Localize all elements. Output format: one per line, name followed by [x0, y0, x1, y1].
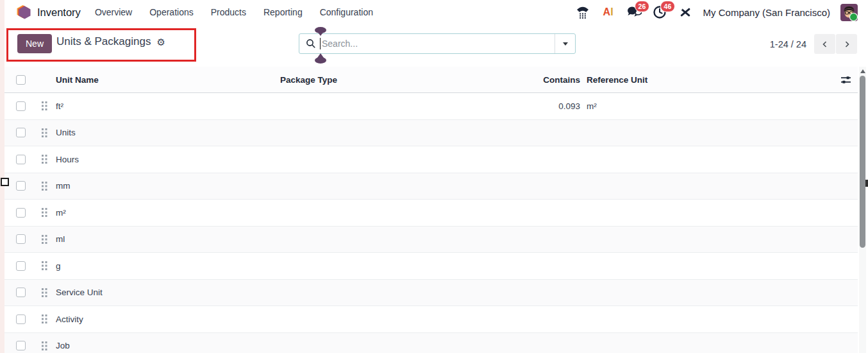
search-icon	[306, 39, 316, 49]
table-row[interactable]: mm	[0, 173, 858, 200]
select-all-checkbox[interactable]	[16, 75, 26, 85]
drag-handle-icon[interactable]	[42, 288, 44, 290]
contains-cell[interactable]: 0.093	[462, 101, 580, 111]
row-checkbox[interactable]	[16, 128, 26, 137]
unit-name-cell[interactable]: Service Unit	[56, 288, 280, 297]
page-title: Units & Packagings	[56, 35, 151, 48]
table-row[interactable]: g	[0, 253, 858, 280]
row-checkbox[interactable]	[16, 261, 26, 271]
drag-handle-icon[interactable]	[42, 235, 44, 237]
drag-handle-icon[interactable]	[42, 261, 44, 263]
table-row[interactable]: Job	[0, 333, 858, 353]
unit-name-cell[interactable]: g	[56, 261, 280, 271]
tools-icon[interactable]	[678, 4, 693, 20]
pager-previous-button[interactable]	[814, 34, 835, 54]
selection-handle-bottom	[315, 57, 326, 64]
list-header-row: Unit Name Package Type Contains Referenc…	[0, 67, 858, 93]
reference-unit-cell[interactable]: m²	[580, 101, 708, 111]
menu-overview[interactable]: Overview	[95, 7, 132, 17]
breadcrumb: Units & Packagings ⚙	[56, 35, 165, 48]
app-switcher[interactable]: Inventory	[17, 4, 81, 20]
pager-range: 1-24 / 24	[770, 39, 806, 49]
scroll-up-arrow-icon[interactable]	[860, 69, 865, 73]
row-checkbox[interactable]	[16, 181, 26, 191]
app-name[interactable]: Inventory	[37, 6, 81, 19]
user-avatar[interactable]	[840, 4, 858, 21]
row-checkbox[interactable]	[16, 234, 26, 244]
table-row[interactable]: ft² 0.093 m²	[0, 93, 858, 120]
optional-columns-icon[interactable]	[840, 75, 851, 85]
left-edge-strip	[0, 0, 4, 353]
pager-next-button[interactable]	[836, 34, 857, 54]
drag-handle-icon[interactable]	[42, 208, 44, 210]
table-row[interactable]: Activity	[0, 306, 858, 333]
drag-handle-icon[interactable]	[42, 314, 44, 316]
vertical-scrollbar[interactable]	[859, 67, 866, 353]
gear-icon[interactable]: ⚙	[156, 37, 165, 47]
menu-operations[interactable]: Operations	[149, 7, 193, 17]
search-options-toggle[interactable]	[555, 34, 575, 53]
systray: AI 26 46 My Company (San Francisco)	[575, 4, 868, 21]
activities-clock-icon[interactable]: 46	[652, 4, 667, 20]
company-name[interactable]: My Company (San Francisco)	[703, 7, 830, 18]
table-row[interactable]: Service Unit	[0, 280, 858, 307]
ai-icon[interactable]: AI	[601, 4, 616, 20]
menu-configuration[interactable]: Configuration	[320, 7, 373, 17]
annotation-handle-left	[1, 178, 9, 186]
drag-handle-icon[interactable]	[42, 101, 44, 103]
drag-handle-icon[interactable]	[42, 155, 44, 157]
unit-name-cell[interactable]: mm	[56, 181, 280, 191]
text-cursor	[320, 38, 321, 49]
chevron-down-icon	[563, 42, 568, 46]
units-list: Unit Name Package Type Contains Referenc…	[0, 67, 858, 353]
table-row[interactable]: Hours	[0, 146, 858, 173]
menu-reporting[interactable]: Reporting	[263, 7, 303, 17]
unit-name-cell[interactable]: Job	[56, 341, 280, 350]
drag-handle-icon[interactable]	[42, 128, 44, 130]
table-row[interactable]: Units	[0, 120, 858, 147]
control-panel: New Units & Packagings ⚙ 1-24 / 24	[0, 24, 868, 64]
table-row[interactable]: m²	[0, 200, 858, 227]
search-input[interactable]	[322, 34, 555, 53]
header-unit-name[interactable]: Unit Name	[56, 75, 280, 85]
header-contains[interactable]: Contains	[462, 75, 580, 85]
search-bar	[299, 33, 576, 54]
drag-handle-icon[interactable]	[42, 182, 44, 184]
row-checkbox[interactable]	[16, 208, 26, 218]
drag-handle-icon[interactable]	[42, 341, 44, 343]
unit-name-cell[interactable]: ml	[56, 234, 280, 244]
unit-name-cell[interactable]: m²	[56, 208, 280, 218]
row-checkbox[interactable]	[16, 155, 26, 164]
unit-name-cell[interactable]: Hours	[56, 155, 280, 164]
unit-name-cell[interactable]: Activity	[56, 314, 280, 324]
header-reference-unit[interactable]: Reference Unit	[580, 75, 708, 85]
annotation-handle-right	[865, 180, 868, 187]
unit-name-cell[interactable]: ft²	[56, 101, 280, 111]
menu-products[interactable]: Products	[211, 7, 246, 17]
selection-handle-top	[315, 27, 326, 33]
inventory-app-icon	[17, 4, 32, 20]
row-checkbox[interactable]	[16, 288, 26, 297]
row-checkbox[interactable]	[16, 341, 26, 350]
table-row[interactable]: ml	[0, 227, 858, 254]
row-checkbox[interactable]	[16, 101, 26, 111]
messages-icon[interactable]: 26	[626, 4, 642, 20]
top-navbar: Inventory Overview Operations Products R…	[0, 0, 868, 24]
row-checkbox[interactable]	[16, 314, 26, 324]
messages-badge: 26	[635, 1, 650, 12]
scrollbar-thumb[interactable]	[860, 76, 865, 248]
pager: 1-24 / 24	[770, 34, 857, 54]
activities-badge: 46	[660, 1, 676, 12]
unit-name-cell[interactable]: Units	[56, 128, 280, 137]
header-package-type[interactable]: Package Type	[280, 75, 462, 85]
list-body: ft² 0.093 m² Units Hours mm m²	[0, 93, 858, 353]
new-button[interactable]: New	[17, 34, 52, 53]
voip-phone-icon[interactable]	[575, 4, 590, 20]
main-menu: Overview Operations Products Reporting C…	[95, 7, 373, 17]
